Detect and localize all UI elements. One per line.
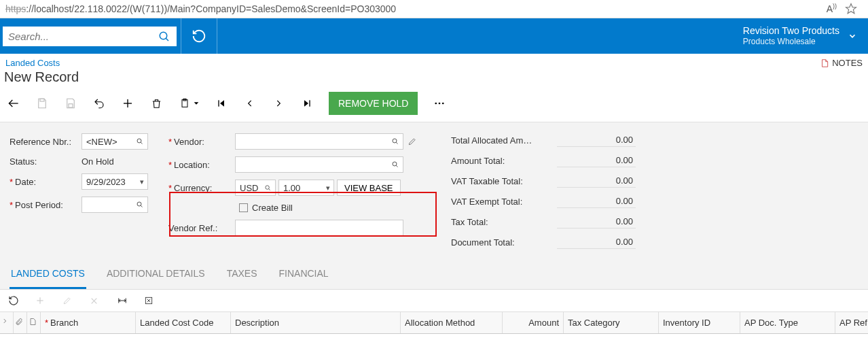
next-icon[interactable]: [272, 97, 285, 110]
currency-selector[interactable]: USD: [235, 180, 276, 196]
tax-total-value: 0.00: [557, 215, 636, 229]
location-selector[interactable]: [235, 156, 403, 173]
search-container: [3, 24, 177, 48]
svg-line-21: [141, 205, 142, 207]
remove-hold-button[interactable]: REMOVE HOLD: [329, 92, 418, 115]
company-name: Revision Two Products: [743, 24, 839, 37]
notes-button[interactable]: NOTES: [820, 58, 863, 68]
ref-nbr-selector[interactable]: <NEW>: [82, 133, 148, 150]
post-period-label: *Post Period:: [10, 200, 82, 210]
vat-exempt-value: 0.00: [557, 195, 636, 208]
svg-rect-4: [40, 99, 44, 101]
browser-url-bar: https://localhost/22.118.0022/(W(711))/M…: [0, 0, 868, 18]
chevron-down-icon: ▾: [140, 178, 144, 186]
last-icon[interactable]: [300, 97, 314, 110]
svg-rect-5: [69, 104, 73, 107]
first-icon[interactable]: [215, 97, 228, 110]
url-text: https://localhost/22.118.0022/(W(711))/M…: [5, 3, 827, 14]
search-icon[interactable]: [152, 31, 177, 43]
notes-label: NOTES: [832, 58, 863, 68]
grid-col-taxcat[interactable]: Tax Category: [564, 312, 659, 333]
favorite-icon[interactable]: [845, 3, 857, 15]
grid-col-selector[interactable]: [0, 312, 14, 333]
amount-total-label: Amount Total:: [451, 156, 557, 166]
grid-refresh-icon[interactable]: [8, 295, 19, 306]
top-bar: Revision Two Products Products Wholesale: [0, 18, 868, 54]
more-icon[interactable]: [433, 97, 446, 110]
grid-col-alloc[interactable]: Allocation Method: [401, 312, 503, 333]
svg-rect-11: [218, 100, 219, 106]
grid-add-icon: [35, 296, 46, 305]
grid-col-note: [27, 312, 41, 333]
tab-landed-costs[interactable]: LANDED COSTS: [10, 260, 86, 289]
grid-col-code[interactable]: Landed Cost Code: [136, 312, 231, 333]
grid-col-desc[interactable]: Description: [231, 312, 401, 333]
back-icon[interactable]: [7, 97, 20, 110]
view-base-button[interactable]: VIEW BASE: [337, 180, 401, 196]
save-icon: [64, 97, 77, 110]
create-bill-label: Create Bill: [252, 203, 293, 213]
svg-marker-12: [220, 100, 224, 106]
svg-line-25: [396, 165, 397, 167]
add-icon[interactable]: [121, 97, 134, 110]
svg-point-22: [393, 139, 397, 143]
grid-toolbar: [0, 290, 868, 312]
doc-total-label: Document Total:: [451, 237, 557, 248]
note-icon: [820, 58, 829, 68]
read-aloud-icon[interactable]: A)): [827, 3, 837, 15]
undo-icon[interactable]: [92, 97, 106, 110]
svg-line-19: [141, 142, 142, 143]
svg-marker-0: [846, 4, 856, 14]
grid-col-amount[interactable]: Amount: [503, 312, 564, 333]
history-icon[interactable]: [181, 29, 217, 44]
prev-icon[interactable]: [243, 97, 257, 110]
grid-fit-icon[interactable]: [117, 296, 128, 305]
grid-col-attachment: [14, 312, 27, 333]
svg-point-15: [435, 103, 437, 105]
search-input[interactable]: [3, 27, 152, 46]
vendor-ref-input[interactable]: [235, 220, 403, 236]
grid-col-apref[interactable]: AP Ref. Nbr: [835, 312, 868, 333]
tab-additional-details[interactable]: ADDITIONAL DETAILS: [105, 260, 206, 289]
tax-total-label: Tax Total:: [451, 217, 557, 227]
total-alloc-value: 0.00: [557, 133, 636, 147]
currency-label: *Currency:: [168, 183, 235, 193]
grid-edit-icon: [62, 296, 73, 305]
tab-financial[interactable]: FINANCIAL: [278, 260, 330, 289]
svg-point-16: [439, 103, 441, 105]
form-summary: Reference Nbr.: <NEW> Status: On Hold *D…: [0, 122, 868, 260]
create-bill-checkbox[interactable]: [239, 203, 248, 212]
search-icon: [136, 137, 144, 146]
grid-export-icon[interactable]: [144, 296, 155, 305]
svg-point-18: [137, 139, 141, 143]
search-icon: [264, 184, 272, 192]
grid-col-branch[interactable]: *Branch: [41, 312, 136, 333]
amount-total-value: 0.00: [557, 154, 636, 167]
page-title: New Record: [0, 69, 868, 89]
grid-header: *Branch Landed Cost Code Description All…: [0, 312, 868, 334]
svg-line-27: [269, 188, 270, 190]
post-period-selector[interactable]: [82, 197, 148, 213]
company-selector[interactable]: Revision Two Products Products Wholesale: [732, 19, 868, 53]
vat-taxable-value: 0.00: [557, 174, 636, 188]
date-selector[interactable]: 9/29/2023 ▾: [82, 173, 148, 190]
vendor-label: *Vendor:: [168, 137, 235, 147]
tab-taxes[interactable]: TAXES: [225, 260, 259, 289]
chevron-down-icon: [193, 97, 200, 110]
rate-selector[interactable]: 1.00▾: [278, 180, 334, 196]
pencil-icon[interactable]: [408, 137, 417, 146]
svg-point-17: [442, 103, 444, 105]
grid-col-apdoc[interactable]: AP Doc. Type: [740, 312, 835, 333]
vat-taxable-label: VAT Taxable Total:: [451, 176, 557, 186]
grid-delete-icon: [90, 297, 101, 305]
breadcrumb[interactable]: Landed Costs: [5, 58, 60, 68]
clipboard-menu[interactable]: [178, 97, 200, 110]
grid-col-inv[interactable]: Inventory ID: [659, 312, 740, 333]
search-icon: [391, 160, 399, 169]
status-value: On Hold: [82, 156, 114, 167]
svg-point-26: [266, 185, 270, 189]
delete-icon[interactable]: [149, 97, 163, 110]
vendor-selector[interactable]: [235, 133, 403, 150]
toolbar: REMOVE HOLD: [0, 89, 868, 122]
location-label: *Location:: [168, 160, 235, 170]
